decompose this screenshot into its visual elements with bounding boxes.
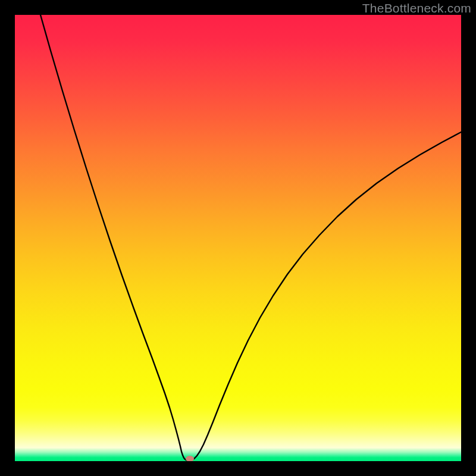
bottleneck-curve	[40, 15, 461, 461]
optimal-point-marker	[186, 456, 194, 461]
watermark-text: TheBottleneck.com	[362, 1, 471, 15]
chart-frame	[15, 15, 461, 461]
chart-curve	[15, 15, 461, 461]
